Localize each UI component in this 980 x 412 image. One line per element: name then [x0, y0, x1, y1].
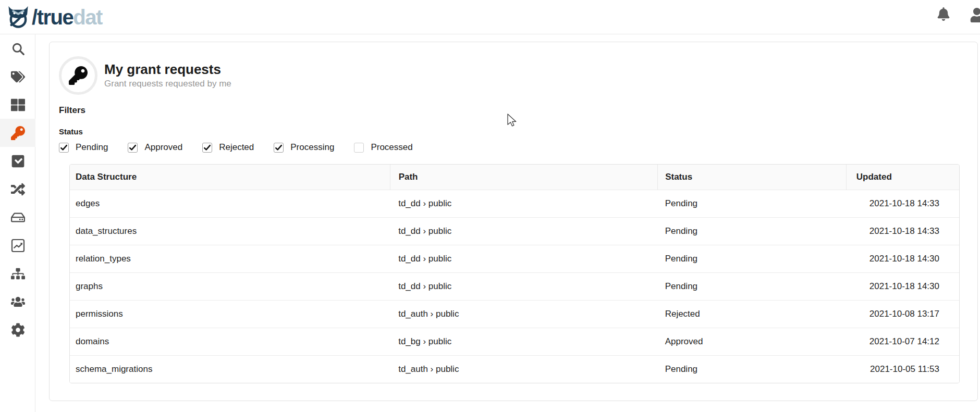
status-filter-options: Pending Approved Rejected Proces — [59, 142, 977, 153]
cell-status: Pending — [658, 190, 847, 218]
cell-status: Pending — [658, 218, 847, 245]
sidebar-item-dashboards[interactable] — [0, 231, 35, 259]
checkbox-box — [274, 143, 284, 153]
table-row[interactable]: edges td_dd › public Pending 2021-10-18 … — [70, 190, 959, 218]
grant-requests-card: My grant requests Grant requests request… — [49, 42, 978, 401]
checkbox-label: Rejected — [219, 142, 254, 153]
page-header: My grant requests Grant requests request… — [59, 56, 977, 95]
table-row[interactable]: permissions td_auth › public Rejected 20… — [70, 301, 959, 328]
cell-status: Pending — [658, 245, 847, 273]
cell-data-structure: data_structures — [70, 218, 390, 245]
cell-path: td_dd › public — [390, 245, 658, 273]
logo-secondary: dat — [73, 6, 102, 29]
page-header-text: My grant requests Grant requests request… — [104, 62, 231, 90]
column-header-data-structure: Data Structure — [70, 165, 390, 190]
checkbox-box — [59, 143, 69, 153]
cell-path: td_dd › public — [390, 190, 658, 218]
check-icon — [129, 144, 137, 152]
cell-status: Pending — [658, 356, 847, 383]
check-icon — [203, 144, 211, 152]
checkbox-label: Processing — [290, 142, 334, 153]
hard-drive-icon — [11, 210, 25, 224]
column-header-status: Status — [658, 165, 847, 190]
key-icon — [69, 66, 88, 85]
checkbox-box — [354, 143, 364, 153]
cell-status: Approved — [658, 328, 847, 356]
table-row[interactable]: domains td_bg › public Approved 2021-10-… — [70, 328, 959, 356]
cell-path: td_auth › public — [390, 301, 658, 328]
sidebar-item-grants[interactable] — [0, 119, 35, 147]
cell-data-structure: relation_types — [70, 245, 390, 273]
column-header-updated: Updated — [846, 165, 959, 190]
user-icon — [970, 8, 980, 22]
cell-data-structure: domains — [70, 328, 390, 356]
sidebar-item-user-groups[interactable] — [0, 288, 35, 316]
cell-status: Rejected — [658, 301, 847, 328]
search-icon — [11, 42, 25, 56]
page-title: My grant requests — [104, 62, 231, 78]
sidebar-item-search[interactable] — [0, 34, 35, 63]
table-row[interactable]: schema_migrations td_auth › public Pendi… — [70, 356, 959, 383]
truedat-logo[interactable]: /truedat — [6, 5, 102, 29]
page-subtitle: Grant requests requested by me — [104, 79, 231, 89]
shuffle-icon — [11, 182, 25, 196]
user-menu-button[interactable] — [970, 8, 980, 22]
logo-primary: true — [37, 6, 74, 29]
filter-checkbox-pending[interactable]: Pending — [59, 142, 108, 153]
grant-requests-table: Data StructurePathStatusUpdated edges td… — [69, 164, 960, 383]
cell-data-structure: permissions — [70, 301, 390, 328]
table-row[interactable]: graphs td_dd › public Pending 2021-10-18… — [70, 273, 959, 301]
cell-updated: 2021-10-07 14:12 — [846, 328, 959, 356]
sitemap-icon — [11, 267, 25, 281]
cell-updated: 2021-10-18 14:30 — [846, 245, 959, 273]
users-icon — [11, 295, 25, 309]
cell-updated: 2021-10-05 11:53 — [846, 356, 959, 383]
cell-data-structure: edges — [70, 190, 390, 218]
checkbox-label: Pending — [76, 142, 108, 153]
cell-status: Pending — [658, 273, 847, 301]
checkbox-box — [202, 143, 212, 153]
filter-checkbox-processed[interactable]: Processed — [354, 142, 412, 153]
check-square-icon — [11, 154, 25, 168]
chart-icon — [11, 239, 25, 253]
filters-heading: Filters — [59, 105, 977, 116]
top-bar: /truedat — [0, 0, 980, 34]
sidebar-item-data-sources[interactable] — [0, 203, 35, 231]
cell-path: td_dd › public — [390, 273, 658, 301]
sidebar-nav — [0, 34, 35, 412]
owl-logo-icon — [6, 5, 30, 29]
sidebar-item-quality[interactable] — [0, 147, 35, 175]
grid-icon — [11, 98, 25, 112]
table-row[interactable]: data_structures td_dd › public Pending 2… — [70, 218, 959, 245]
sidebar-item-taxonomy[interactable] — [0, 259, 35, 288]
bell-icon — [937, 7, 950, 21]
logo-text: /truedat — [32, 7, 102, 28]
sidebar-item-glossary[interactable] — [0, 63, 35, 91]
filter-checkbox-approved[interactable]: Approved — [128, 142, 182, 153]
filter-checkbox-processing[interactable]: Processing — [274, 142, 334, 153]
status-filter-label: Status — [59, 127, 977, 136]
cell-path: td_auth › public — [390, 356, 658, 383]
column-header-path: Path — [390, 165, 658, 190]
table-row[interactable]: relation_types td_dd › public Pending 20… — [70, 245, 959, 273]
check-icon — [275, 144, 283, 152]
sidebar-item-lineage[interactable] — [0, 175, 35, 203]
cell-updated: 2021-10-18 14:33 — [846, 190, 959, 218]
logo-slash: / — [32, 6, 37, 29]
cell-updated: 2021-10-08 13:17 — [846, 301, 959, 328]
checkbox-label: Processed — [371, 142, 412, 153]
check-icon — [60, 144, 68, 152]
cell-path: td_bg › public — [390, 328, 658, 356]
cell-updated: 2021-10-18 14:30 — [846, 273, 959, 301]
key-icon — [11, 126, 25, 140]
tags-icon — [11, 70, 25, 84]
main-content: My grant requests Grant requests request… — [36, 34, 980, 412]
gear-icon — [11, 323, 25, 337]
notifications-button[interactable] — [937, 7, 950, 21]
sidebar-item-settings[interactable] — [0, 316, 35, 344]
checkbox-box — [128, 143, 138, 153]
sidebar-item-modules[interactable] — [0, 91, 35, 119]
cell-data-structure: schema_migrations — [70, 356, 390, 383]
checkbox-label: Approved — [144, 142, 182, 153]
filter-checkbox-rejected[interactable]: Rejected — [202, 142, 254, 153]
